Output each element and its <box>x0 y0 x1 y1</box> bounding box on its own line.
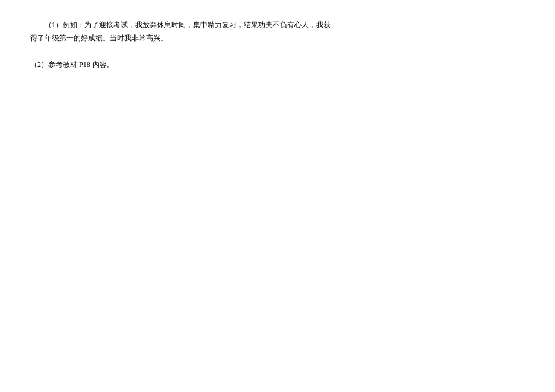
answer-item-2: （2）参考教材 P18 内容。 <box>30 58 344 71</box>
answer-item-1-line-2: 得了年级第一的好成绩。当时我非常高兴。 <box>30 31 344 45</box>
document-page: （1）例如：为了迎接考试，我放弃休息时间，集中精力复习，结果功夫不负有心人，我获… <box>0 0 555 72</box>
answer-item-1-line-1: （1）例如：为了迎接考试，我放弃休息时间，集中精力复习，结果功夫不负有心人，我获 <box>30 18 344 31</box>
